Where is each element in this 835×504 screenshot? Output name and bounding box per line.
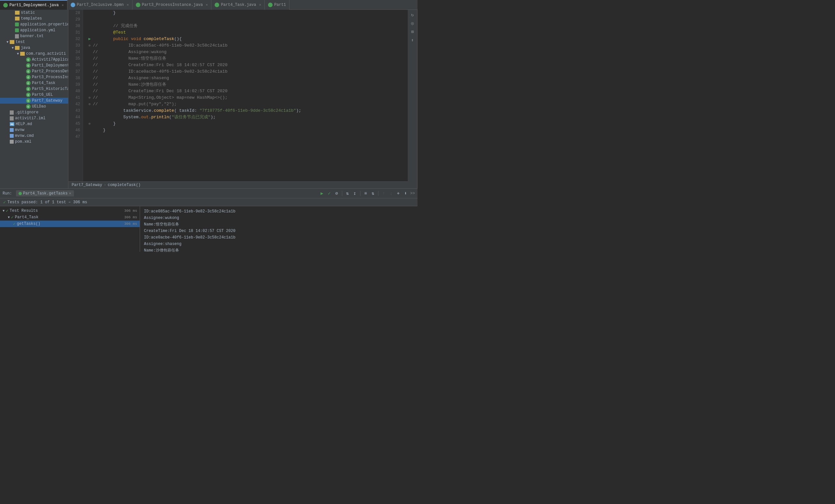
sidebar-text-app-yml: application.yml (20, 28, 55, 33)
arrow-test-results: ▼ (3, 209, 4, 213)
tab-close-part4[interactable]: ✕ (259, 3, 261, 7)
sidebar-item-part6[interactable]: C Part6_UEL (0, 92, 68, 98)
test-output[interactable]: ID:ace085ac-40f6-11eb-9e82-3c58c24c1a1b … (140, 206, 418, 252)
java-icon-part4: C (26, 81, 30, 85)
sidebar-item-app-yml[interactable]: application.yml (0, 27, 68, 33)
code-content[interactable]: } // 完成任务 @Test (83, 10, 408, 181)
run-tab-item[interactable]: Part4_Task.getTasks ✕ (16, 190, 74, 197)
sidebar-item-package[interactable]: ▼ com.rang.activiti (0, 51, 68, 57)
sidebar-item-part4[interactable]: C Part4_Task (0, 80, 68, 86)
run-tab-close[interactable]: ✕ (69, 191, 71, 196)
next-button[interactable]: ↓ (388, 190, 394, 197)
code-line-35: // Name:悟空包容任务 (86, 55, 408, 62)
java-icon-part7-gateway: C (26, 98, 30, 103)
bottom-panel: Run: Part4_Task.getTasks ✕ ▶ ✓ ⊘ ⇅ ↧ ≡ ⇅… (0, 188, 418, 252)
sidebar-item-templates[interactable]: templates (0, 16, 68, 21)
code-line-30: // 完成任务 (86, 23, 408, 29)
code-line-39: // Name:沙僧包容任务 (86, 81, 408, 88)
output-line-7: Name:沙僧包容任务 (144, 247, 413, 252)
sidebar-item-app-properties[interactable]: application.properties (0, 21, 68, 27)
tab-label-part7-inclusive: Part7_Inclusive.bpmn (77, 3, 124, 7)
vtb-database-icon[interactable]: ⊞ (409, 28, 416, 35)
txt-icon-gitignore (10, 110, 14, 115)
code-text-36: // CreateTime:Fri Dec 18 14:02:57 CST 20… (93, 62, 408, 68)
code-text-41: // Map<String,Object> map=new HashMap<>(… (93, 95, 408, 101)
sort-az-button[interactable]: ⇅ (345, 190, 350, 197)
folder-icon-package (20, 52, 25, 56)
tab-part3-processinstance[interactable]: Part3_ProcessInstance.java ✕ (133, 0, 212, 10)
breadcrumb-separator: › (104, 183, 106, 187)
sidebar-text-part5: Part5_HistoricTaskInstance (32, 87, 68, 91)
sidebar-item-static[interactable]: static (0, 10, 68, 16)
check-button[interactable]: ✓ (327, 190, 332, 197)
test-part4-task-item[interactable]: ▼ ✓ Part4_Task 306 ms (0, 214, 140, 221)
sidebar-item-test[interactable]: ▼ test (0, 39, 68, 45)
sidebar-text-mvnw-cmd: mvnw.cmd (15, 134, 34, 138)
sidebar-item-iml[interactable]: activiti7.iml (0, 115, 68, 121)
folder-icon-templates (15, 17, 20, 21)
breadcrumb-class: Part7_Gateway (72, 183, 102, 187)
expand-button[interactable]: ⇅ (370, 190, 375, 197)
sort-za-button[interactable]: ↧ (352, 190, 357, 197)
output-line-6: Assignee:shaseng (144, 241, 413, 247)
run-label: Run: (3, 191, 12, 196)
sidebar: static templates application.properties … (0, 10, 68, 188)
gettasks-label: getTasks() (17, 222, 40, 226)
tab-label-part1: Part1_Deployment.java (9, 3, 59, 7)
tab-close-part3[interactable]: ✕ (206, 3, 208, 7)
sidebar-item-mvnw[interactable]: mvnw (0, 127, 68, 133)
sidebar-item-pom-xml[interactable]: pom.xml (0, 139, 68, 145)
run-button[interactable]: ▶ (319, 190, 324, 197)
import-button[interactable]: ⬇ (403, 190, 408, 197)
code-text-35: // Name:悟空包容任务 (93, 55, 408, 62)
code-text-28: } (93, 10, 408, 16)
gutter-41: ⊕ (86, 95, 93, 101)
tab-part1[interactable]: Part1 (265, 0, 289, 10)
sidebar-item-activiti-tests[interactable]: C Activiti7ApplicationTests (0, 57, 68, 63)
sidebar-item-mvnw-cmd[interactable]: mvnw.cmd (0, 133, 68, 139)
java-icon-part3: C (26, 75, 30, 80)
output-line-3: Name:悟空包容任务 (144, 221, 413, 228)
tab-icon-part7-inclusive (71, 3, 75, 7)
run-tab-label: Part4_Task.getTasks (23, 191, 68, 196)
tab-close-part1[interactable]: ✕ (62, 3, 64, 7)
sidebar-item-banner[interactable]: banner.txt (0, 33, 68, 39)
code-text-31: @Test (93, 29, 408, 36)
test-gettasks-item[interactable]: ✓ getTasks() 306 ms (0, 221, 140, 227)
test-results-pass-icon: ✓ (6, 208, 8, 214)
sidebar-item-help-md[interactable]: MD HELP.md (0, 121, 68, 127)
output-line-1: ID:ace085ac-40f6-11eb-9e82-3c58c24c1a1b (144, 208, 413, 215)
xml-icon-pom (10, 140, 14, 144)
code-text-32: public void completeTask(){ (93, 36, 408, 42)
vtb-upload-icon[interactable]: ⬆ (409, 37, 416, 44)
tab-icon-part1 (3, 3, 8, 7)
collapse-button[interactable]: ≡ (363, 190, 368, 197)
prev-button[interactable]: ↑ (381, 190, 386, 197)
tab-part7-inclusive[interactable]: Part7_Inclusive.bpmn ✕ (67, 0, 133, 10)
tab-part1-deployment[interactable]: Part1_Deployment.java ✕ (0, 0, 67, 10)
sidebar-text-app-properties: application.properties (20, 22, 68, 27)
sidebar-text-iml: activiti7.iml (15, 116, 46, 121)
sidebar-item-gitignore[interactable]: .gitignore (0, 109, 68, 115)
sidebar-item-ueldao[interactable]: C UELDao (0, 104, 68, 109)
tab-close-part7[interactable]: ✕ (127, 3, 129, 7)
part4-task-pass-icon: ✓ (11, 215, 14, 220)
vtb-refresh-icon[interactable]: ↻ (409, 11, 416, 18)
tab-part4-task[interactable]: Part4_Task.java ✕ (211, 0, 265, 10)
stop-button[interactable]: ⊘ (334, 190, 339, 197)
sidebar-item-part2[interactable]: C Part2_ProcessDefinition (0, 68, 68, 74)
sidebar-text-gitignore: .gitignore (15, 110, 38, 115)
test-results-item[interactable]: ▼ ✓ Test Results 306 ms (0, 207, 140, 214)
test-tree: ▼ ✓ Test Results 306 ms ▼ ✓ Part4_Task 3… (0, 206, 140, 252)
sidebar-item-java[interactable]: ▼ java (0, 45, 68, 51)
sidebar-item-part5[interactable]: C Part5_HistoricTaskInstance (0, 86, 68, 92)
code-line-46: } (86, 127, 408, 134)
sidebar-item-part3[interactable]: C Part3_ProcessInstance (0, 74, 68, 80)
sidebar-item-part7-gateway[interactable]: C Part7_Gateway (0, 98, 68, 104)
regex-button[interactable]: ⌖ (396, 190, 401, 197)
more-button[interactable]: >> (410, 191, 415, 196)
gettasks-pass-icon: ✓ (13, 221, 16, 226)
vtb-camera-icon[interactable]: ◎ (409, 20, 416, 27)
sidebar-item-part1[interactable]: C Part1_Deployment (0, 63, 68, 68)
gutter-45: ⊕ (86, 121, 93, 127)
